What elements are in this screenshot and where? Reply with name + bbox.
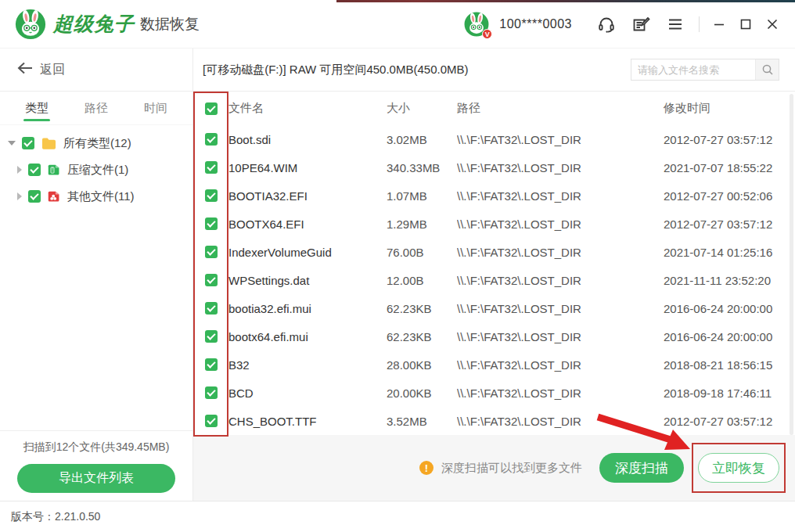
table-row[interactable]: 10PE64.WIM 340.33MB \\.\F:\FAT32\.LOST_D…	[193, 153, 795, 182]
row-checkbox[interactable]	[205, 133, 218, 146]
feedback-icon[interactable]	[631, 14, 651, 34]
file-name: bootx64.efi.mui	[228, 330, 387, 343]
row-checkbox[interactable]	[205, 358, 218, 371]
table-row[interactable]: bootx64.efi.mui 62.23KB \\.\F:\FAT32\.LO…	[193, 322, 795, 350]
file-time: 2021-07-14 01:25:16	[664, 246, 795, 259]
sidebar: 返回 类型 路径 时间 所有类型(12)	[0, 49, 193, 501]
checkbox-checked[interactable]	[28, 164, 41, 176]
file-name: B32	[228, 358, 387, 372]
brand-suffix: 数据恢复	[140, 14, 200, 34]
col-header-path[interactable]: 路径	[457, 101, 664, 116]
table-row[interactable]: CHS_BOOT.TTF 3.52MB \\.\F:\FAT32\.LOST_D…	[193, 407, 795, 435]
row-checkbox[interactable]	[205, 415, 218, 427]
row-checkbox[interactable]	[205, 330, 218, 343]
chevron-right-icon[interactable]	[17, 192, 22, 200]
file-size: 3.52MB	[387, 415, 457, 428]
chevron-right-icon[interactable]	[17, 166, 22, 174]
maximize-button[interactable]	[735, 13, 757, 35]
file-name: BCD	[228, 386, 387, 400]
col-header-size[interactable]: 大小	[387, 101, 457, 116]
file-size: 20.00KB	[387, 386, 457, 400]
row-checkbox[interactable]	[205, 302, 218, 315]
deep-scan-notice: 深度扫描可以找到更多文件	[441, 461, 582, 476]
table-row[interactable]: BCD 20.00KB \\.\F:\FAT32\.LOST_DIR 2018-…	[193, 379, 795, 407]
table-row[interactable]: B32 28.00KB \\.\F:\FAT32\.LOST_DIR 2018-…	[193, 350, 795, 379]
deep-scan-button[interactable]: 深度扫描	[599, 453, 684, 483]
menu-icon[interactable]	[665, 14, 685, 34]
drive-info: [可移动磁盘(F:)] RAW 可用空间450.0MB(450.0MB)	[203, 63, 469, 77]
file-path: \\.\F:\FAT32\.LOST_DIR	[457, 415, 664, 428]
table-row[interactable]: IndexerVolumeGuid 76.00B \\.\F:\FAT32\.L…	[193, 238, 795, 266]
warning-icon: !	[419, 461, 433, 475]
row-checkbox[interactable]	[205, 246, 218, 258]
table-row[interactable]: BOOTIA32.EFI 1.07MB \\.\F:\FAT32\.LOST_D…	[193, 182, 795, 210]
search-input[interactable]	[631, 59, 755, 80]
account-number[interactable]: 100****0003	[499, 17, 572, 31]
tree-item-label: 其他文件(11)	[67, 189, 135, 204]
table-row[interactable]: WPSettings.dat 12.00B \\.\F:\FAT32\.LOST…	[193, 266, 795, 294]
file-size: 1.29MB	[387, 217, 457, 231]
col-header-name[interactable]: 文件名	[228, 101, 387, 116]
file-size: 76.00B	[387, 246, 457, 259]
tab-path[interactable]: 路径	[85, 92, 108, 124]
recover-now-button[interactable]: 立即恢复	[698, 453, 779, 483]
row-checkbox[interactable]	[205, 189, 218, 202]
table-row[interactable]: bootia32.efi.mui 62.23KB \\.\F:\FAT32\.L…	[193, 294, 795, 322]
back-label: 返回	[40, 62, 65, 78]
file-name: Boot.sdi	[228, 133, 387, 146]
tab-type[interactable]: 类型	[25, 92, 49, 124]
row-checkbox[interactable]	[205, 274, 218, 286]
tree-item-all-types[interactable]: 所有类型(12)	[0, 130, 192, 156]
row-checkbox[interactable]	[205, 161, 218, 174]
checkbox-checked[interactable]	[22, 137, 34, 149]
brand-name: 超级兔子	[53, 11, 135, 37]
select-all-checkbox[interactable]	[205, 102, 218, 115]
tree-item-archives[interactable]: 压缩文件(1)	[0, 156, 192, 183]
file-path: \\.\F:\FAT32\.LOST_DIR	[457, 217, 664, 231]
archive-file-icon	[48, 164, 60, 177]
file-type-tree: 所有类型(12) 压缩文件(1)	[0, 125, 192, 430]
file-path: \\.\F:\FAT32\.LOST_DIR	[457, 330, 664, 343]
search-box	[631, 59, 779, 81]
table-row[interactable]: BOOTX64.EFI 1.29MB \\.\F:\FAT32\.LOST_DI…	[193, 210, 795, 238]
file-time: 2012-07-27 03:57:12	[664, 415, 795, 428]
file-time: 2016-06-24 20:00:00	[664, 330, 795, 343]
tab-time[interactable]: 时间	[144, 92, 167, 124]
minimize-button[interactable]	[708, 13, 730, 35]
chevron-down-icon[interactable]	[8, 141, 16, 146]
file-path: \\.\F:\FAT32\.LOST_DIR	[457, 133, 664, 146]
table-row[interactable]: Boot.sdi 3.02MB \\.\F:\FAT32\.LOST_DIR 2…	[193, 125, 795, 153]
file-size: 62.23KB	[387, 330, 457, 343]
file-path: \\.\F:\FAT32\.LOST_DIR	[457, 189, 664, 203]
divider	[699, 16, 700, 32]
desktop-background-sliver	[336, 0, 795, 2]
file-path: \\.\F:\FAT32\.LOST_DIR	[457, 246, 664, 259]
support-headset-icon[interactable]	[596, 14, 617, 34]
col-header-time[interactable]: 修改时间	[664, 101, 795, 116]
file-name: bootia32.efi.mui	[228, 302, 387, 315]
file-size: 3.02MB	[387, 133, 457, 146]
scrollbar[interactable]	[790, 94, 793, 435]
file-size: 28.00KB	[387, 358, 457, 372]
row-checkbox[interactable]	[205, 217, 218, 230]
close-button[interactable]	[761, 13, 783, 35]
file-name: WPSettings.dat	[228, 274, 387, 287]
file-size: 1.07MB	[387, 189, 457, 203]
row-checkbox[interactable]	[205, 386, 218, 399]
file-time: 2012-07-27 00:52:06	[664, 189, 795, 203]
file-size: 12.00B	[387, 274, 457, 287]
avatar[interactable]: V	[463, 11, 490, 38]
file-time: 2018-08-21 18:56:15	[664, 358, 795, 372]
file-name: IndexerVolumeGuid	[228, 246, 387, 259]
file-name: CHS_BOOT.TTF	[228, 415, 387, 428]
file-path: \\.\F:\FAT32\.LOST_DIR	[457, 358, 664, 372]
checkbox-checked[interactable]	[28, 190, 41, 203]
tree-item-other-files[interactable]: 其他文件(11)	[0, 183, 192, 210]
export-file-list-button[interactable]: 导出文件列表	[17, 464, 175, 493]
back-button[interactable]: 返回	[0, 49, 192, 92]
file-path: \\.\F:\FAT32\.LOST_DIR	[457, 386, 664, 400]
content-area: [可移动磁盘(F:)] RAW 可用空间450.0MB(450.0MB) 文件名…	[193, 49, 795, 501]
content-toolbar: [可移动磁盘(F:)] RAW 可用空间450.0MB(450.0MB)	[193, 49, 795, 92]
search-button[interactable]	[755, 59, 779, 80]
file-name: BOOTX64.EFI	[228, 217, 387, 231]
